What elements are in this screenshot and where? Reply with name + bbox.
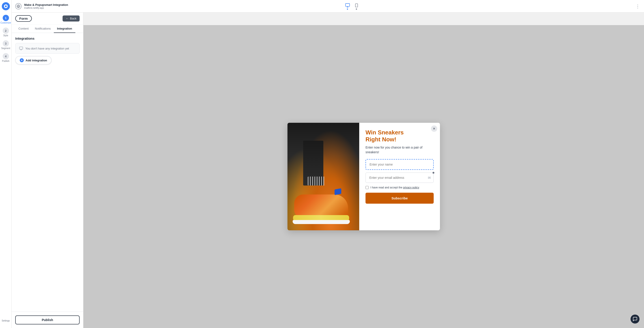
step-circle-3: 3 [3,40,9,47]
popup-image [288,123,359,230]
sidebar-item-publish[interactable]: 4 Publish [0,52,12,64]
step-circle-4: 4 [3,53,9,59]
privacy-checkbox[interactable] [366,186,369,189]
shoe-sole-bottom-art [293,220,350,224]
step-circle-1: 1 [3,15,9,21]
topbar-subtitle: trialfirst.netlify.app [24,6,68,9]
checkbox-label: I have read and accept the privacy polic… [370,186,419,189]
name-input-wrapper [366,159,434,170]
tab-notifications[interactable]: Notifications [32,25,54,33]
sidebar-item-customize[interactable]: 1 Customize [0,13,12,25]
popup-close-button[interactable]: ✕ [431,125,437,132]
tabs: Content Notifications Integration [12,25,83,33]
svg-point-1 [5,5,6,7]
topbar-title: Make & Popupsmart Integration [24,3,68,6]
checkbox-row: I have read and accept the privacy polic… [366,186,434,189]
sidebar-item-segment[interactable]: 3 Segment [0,39,12,51]
logo-button[interactable] [2,2,10,10]
publish-button[interactable]: Publish [15,316,80,325]
no-integration-message: You don't have any integration yet [15,43,80,54]
popup-title: Win Sneakers Right Now! [366,129,434,143]
email-dot-indicator [432,172,434,174]
svg-rect-8 [356,3,358,7]
email-input-wrapper: ✉ [366,173,434,183]
mobile-device-button[interactable] [354,3,358,10]
integration-empty-icon [19,46,23,50]
step-label-customize: Customize [0,21,11,24]
step-label-segment: Segment [1,47,10,49]
form-badge: Form [15,15,32,22]
topbar-info: Make & Popupsmart Integration trialfirst… [24,3,68,9]
chat-fab-button[interactable] [630,315,640,324]
sidebar-item-style[interactable]: 2 Style [0,26,12,38]
popup-subtitle: Enter now for you chance to win a pair o… [366,145,434,155]
add-integration-button[interactable]: + Add integration [15,56,52,64]
back-arrow-icon: ← [66,17,68,20]
privacy-policy-link[interactable]: privacy policy [403,186,419,189]
popup: ✕ Win Sneakers Right Now! Enter now for … [288,123,440,230]
desktop-device-button[interactable] [345,3,350,10]
panel: Form ← Back Content Notifications Integr… [12,12,84,328]
panel-header: Form ← Back [12,12,83,25]
globe-icon [15,3,22,9]
name-input[interactable] [366,160,433,169]
integrations-section: Integrations You don't have any integrat… [12,33,83,68]
no-integration-text: You don't have any integration yet [25,47,69,50]
email-input[interactable] [366,173,428,183]
preview-area: ✕ Win Sneakers Right Now! Enter now for … [84,25,644,328]
settings-button[interactable]: Settings [2,316,10,325]
sneaker-art [292,136,355,230]
svg-rect-10 [20,47,23,49]
more-options-button[interactable]: ⋮ [636,3,640,9]
plus-icon: + [20,58,24,62]
sidebar: 1 Customize 2 Style 3 Segment 4 Publish … [0,0,12,328]
publish-section: Publish [12,312,83,328]
popup-form: ✕ Win Sneakers Right Now! Enter now for … [359,123,440,230]
integrations-title: Integrations [15,36,80,40]
topbar: Make & Popupsmart Integration trialfirst… [12,0,644,12]
email-icon: ✉ [428,176,434,180]
step-label-publish: Publish [2,60,10,62]
svg-rect-5 [346,3,350,6]
subscribe-button[interactable]: Subscribe [366,193,434,204]
tab-integration[interactable]: Integration [54,25,75,33]
shoe-blue-stripe [334,188,341,195]
back-button[interactable]: ← Back [62,15,80,21]
tab-content[interactable]: Content [15,25,32,33]
shoe-body-art [294,194,348,217]
step-label-style: Style [3,34,8,37]
shoe-laces [308,177,326,186]
step-circle-2: 2 [3,27,9,34]
settings-label: Settings [2,320,10,322]
